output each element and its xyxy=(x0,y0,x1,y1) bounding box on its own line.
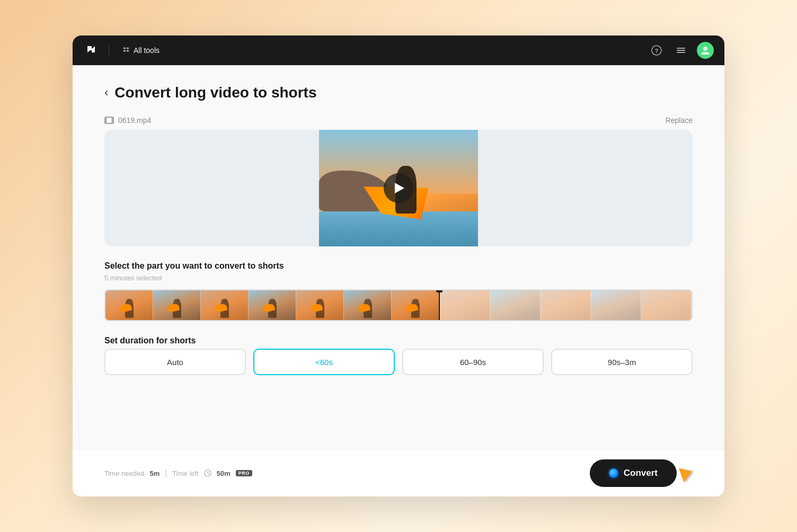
svg-point-7 xyxy=(703,47,707,51)
time-needed-label: Time needed xyxy=(104,469,144,477)
navbar: All tools ? xyxy=(73,36,724,65)
help-button[interactable]: ? xyxy=(648,42,665,59)
cursor-arrow-icon xyxy=(679,464,695,482)
avatar[interactable] xyxy=(697,42,714,59)
time-needed-value: 5m xyxy=(149,469,160,477)
svg-rect-10 xyxy=(105,120,106,121)
main-content: ‹ Convert long video to shorts 0619.mp4 xyxy=(73,65,724,449)
thumb-frame-3 xyxy=(201,290,249,320)
nav-divider xyxy=(109,45,109,56)
stat-divider: | xyxy=(165,468,167,478)
duration-buttons: Auto <60s 60–90s 90s–3m xyxy=(104,349,693,375)
svg-rect-12 xyxy=(112,118,113,119)
play-icon xyxy=(395,183,404,193)
svg-rect-8 xyxy=(105,117,113,123)
clock-icon xyxy=(204,469,211,477)
svg-rect-13 xyxy=(112,120,113,121)
file-info-row: 0619.mp4 Replace xyxy=(104,116,693,125)
footer-stats: Time needed 5m | Time left 50m PRO xyxy=(104,468,252,478)
menu-button[interactable] xyxy=(672,42,689,59)
timeline-section: Select the part you want to convert to s… xyxy=(104,261,693,321)
video-preview xyxy=(104,130,693,246)
file-name-text: 0619.mp4 xyxy=(118,116,151,125)
thumb-frame-11 xyxy=(591,290,641,320)
page-title-row: ‹ Convert long video to shorts xyxy=(104,84,693,101)
timeline-handle[interactable] xyxy=(436,289,442,321)
film-icon xyxy=(104,116,114,125)
svg-rect-6 xyxy=(677,52,685,53)
all-tools-label: All tools xyxy=(134,46,160,55)
footer-bar: Time needed 5m | Time left 50m PRO Conve… xyxy=(73,449,724,496)
timeline-label: Select the part you want to convert to s… xyxy=(104,261,693,271)
convert-button[interactable]: Convert xyxy=(590,459,677,487)
page-title: Convert long video to shorts xyxy=(114,84,316,101)
handle-line xyxy=(439,292,440,321)
timeline-sub: 5 minutes selected xyxy=(104,274,693,282)
all-tools-button[interactable]: All tools xyxy=(118,44,164,57)
svg-rect-11 xyxy=(105,121,106,122)
timeline-selected xyxy=(105,290,439,320)
svg-rect-5 xyxy=(677,50,685,51)
svg-rect-14 xyxy=(112,121,113,122)
thumb-frame-10 xyxy=(541,290,591,320)
thumb-frame-6 xyxy=(344,290,392,320)
beach-water xyxy=(319,211,478,246)
svg-rect-9 xyxy=(105,118,106,119)
play-button[interactable] xyxy=(384,173,413,203)
replace-button[interactable]: Replace xyxy=(666,116,693,125)
svg-rect-1 xyxy=(87,48,95,50)
duration-auto-button[interactable]: Auto xyxy=(104,349,246,375)
navbar-right: ? xyxy=(648,42,714,59)
app-window: All tools ? xyxy=(73,36,724,496)
duration-under60-button[interactable]: <60s xyxy=(253,349,395,375)
time-left-value: 50m xyxy=(217,469,231,477)
duration-60to90-button[interactable]: 60–90s xyxy=(402,349,544,375)
svg-rect-4 xyxy=(677,48,685,49)
file-name: 0619.mp4 xyxy=(104,116,151,125)
back-button[interactable]: ‹ xyxy=(104,87,108,99)
timeline-strip[interactable] xyxy=(104,289,693,321)
thumb-frame-8 xyxy=(439,290,490,320)
time-left-label: Time left xyxy=(172,469,198,477)
thumb-frame-2 xyxy=(153,290,201,320)
duration-90to3m-button[interactable]: 90s–3m xyxy=(551,349,693,375)
thumb-frame-4 xyxy=(249,290,296,320)
duration-section: Set duration for shorts Auto <60s 60–90s… xyxy=(104,336,693,375)
timeline-unselected xyxy=(439,290,692,320)
svg-text:?: ? xyxy=(655,48,659,54)
thumb-frame-5 xyxy=(296,290,344,320)
navbar-left: All tools xyxy=(83,41,164,60)
thumb-frame-7 xyxy=(392,290,439,320)
thumb-frame-1 xyxy=(105,290,153,320)
pro-badge: PRO xyxy=(236,470,252,476)
duration-label: Set duration for shorts xyxy=(104,336,693,345)
thumb-frame-12 xyxy=(641,290,692,320)
logo-icon[interactable] xyxy=(83,41,100,60)
convert-label: Convert xyxy=(624,468,658,478)
convert-dot-icon xyxy=(609,468,618,478)
thumb-frame-9 xyxy=(490,290,541,320)
